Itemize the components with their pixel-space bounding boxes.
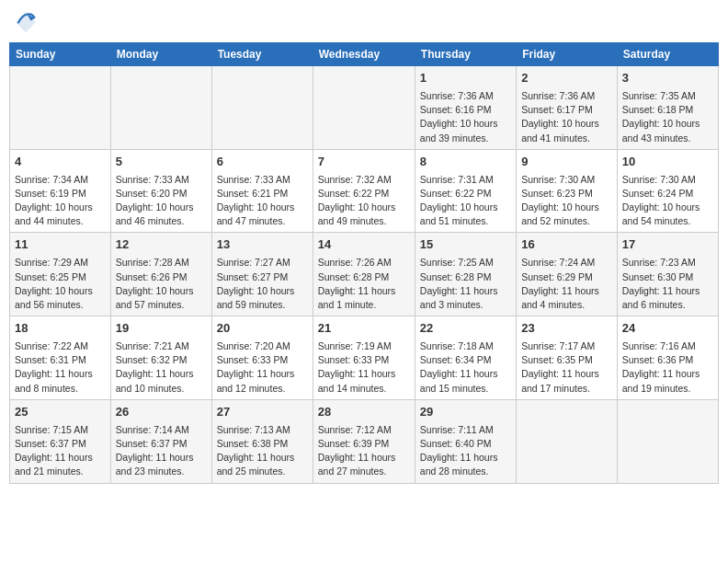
cell-content-line: Sunset: 6:28 PM (420, 270, 511, 284)
calendar-cell: 27Sunrise: 7:13 AMSunset: 6:38 PMDayligh… (211, 399, 313, 483)
calendar-cell: 18Sunrise: 7:22 AMSunset: 6:31 PMDayligh… (10, 316, 111, 400)
cell-content-line: Sunrise: 7:33 AM (217, 173, 308, 187)
cell-content-line: Sunset: 6:39 PM (318, 437, 410, 451)
cell-content-line: Daylight: 11 hours and 10 minutes. (116, 367, 207, 395)
cell-content-line: Daylight: 10 hours and 41 minutes. (521, 117, 612, 144)
header-cell-wednesday: Wednesday (313, 43, 415, 66)
cell-content-line: Sunset: 6:38 PM (217, 437, 308, 451)
cell-content-line: Daylight: 11 hours and 1 minute. (318, 284, 410, 312)
day-number: 8 (420, 154, 511, 171)
day-number: 4 (15, 154, 106, 171)
calendar-cell: 22Sunrise: 7:18 AMSunset: 6:34 PMDayligh… (415, 316, 516, 400)
cell-content-line: Sunrise: 7:28 AM (116, 256, 207, 270)
week-row-3: 11Sunrise: 7:29 AMSunset: 6:25 PMDayligh… (10, 233, 719, 316)
cell-content-line: Daylight: 10 hours and 54 minutes. (622, 201, 713, 228)
day-number: 26 (116, 404, 207, 421)
cell-content-line: Sunset: 6:33 PM (318, 353, 410, 367)
calendar-cell: 25Sunrise: 7:15 AMSunset: 6:37 PMDayligh… (10, 399, 111, 483)
cell-content-line: Daylight: 11 hours and 12 minutes. (217, 367, 308, 395)
cell-content-line: Sunrise: 7:13 AM (217, 423, 308, 437)
cell-content-line: Sunrise: 7:30 AM (622, 173, 713, 187)
calendar-cell: 17Sunrise: 7:23 AMSunset: 6:30 PMDayligh… (617, 233, 718, 316)
calendar-cell: 11Sunrise: 7:29 AMSunset: 6:25 PMDayligh… (10, 233, 111, 316)
cell-content-line: Daylight: 10 hours and 52 minutes. (521, 201, 612, 228)
cell-content-line: Daylight: 11 hours and 23 minutes. (116, 451, 207, 478)
cell-content-line: Sunset: 6:28 PM (318, 270, 410, 284)
cell-content-line: Sunrise: 7:34 AM (15, 173, 106, 187)
day-number: 25 (15, 404, 106, 421)
calendar-cell (313, 66, 415, 150)
cell-content-line: Sunrise: 7:16 AM (622, 339, 713, 353)
cell-content-line: Sunset: 6:35 PM (521, 353, 612, 367)
cell-content-line: Daylight: 11 hours and 8 minutes. (15, 367, 106, 395)
calendar-cell: 26Sunrise: 7:14 AMSunset: 6:37 PMDayligh… (110, 399, 211, 483)
cell-content-line: Sunset: 6:22 PM (420, 187, 511, 201)
calendar-cell: 7Sunrise: 7:32 AMSunset: 6:22 PMDaylight… (313, 149, 415, 233)
day-number: 29 (420, 404, 511, 421)
cell-content-line: Daylight: 10 hours and 56 minutes. (15, 284, 106, 312)
day-number: 18 (15, 320, 106, 338)
cell-content-line: Daylight: 11 hours and 17 minutes. (521, 367, 612, 395)
cell-content-line: Daylight: 11 hours and 28 minutes. (420, 451, 511, 478)
cell-content-line: Sunrise: 7:29 AM (15, 256, 106, 270)
cell-content-line: Sunrise: 7:26 AM (318, 256, 410, 270)
cell-content-line: Sunset: 6:30 PM (622, 270, 713, 284)
cell-content-line: Sunset: 6:26 PM (116, 270, 207, 284)
cell-content-line: Daylight: 11 hours and 25 minutes. (217, 451, 308, 478)
calendar-cell: 29Sunrise: 7:11 AMSunset: 6:40 PMDayligh… (415, 399, 516, 483)
cell-content-line: Daylight: 10 hours and 51 minutes. (420, 201, 511, 228)
cell-content-line: Sunset: 6:27 PM (217, 270, 308, 284)
calendar-cell: 20Sunrise: 7:20 AMSunset: 6:33 PMDayligh… (211, 316, 313, 400)
logo (13, 9, 42, 35)
cell-content-line: Sunrise: 7:36 AM (521, 89, 612, 103)
cell-content-line: Daylight: 11 hours and 14 minutes. (318, 367, 410, 395)
calendar-cell: 1Sunrise: 7:36 AMSunset: 6:16 PMDaylight… (415, 66, 516, 150)
day-number: 24 (622, 320, 713, 338)
calendar-cell (110, 66, 211, 150)
cell-content-line: Sunrise: 7:31 AM (420, 173, 511, 187)
calendar-cell (211, 66, 313, 150)
cell-content-line: Daylight: 11 hours and 4 minutes. (521, 284, 612, 312)
day-number: 15 (420, 236, 511, 254)
calendar-cell: 2Sunrise: 7:36 AMSunset: 6:17 PMDaylight… (517, 66, 618, 150)
cell-content-line: Daylight: 11 hours and 19 minutes. (622, 367, 713, 395)
week-row-5: 25Sunrise: 7:15 AMSunset: 6:37 PMDayligh… (10, 399, 719, 483)
cell-content-line: Sunset: 6:22 PM (318, 187, 410, 201)
cell-content-line: Sunset: 6:29 PM (521, 270, 612, 284)
calendar-table: SundayMondayTuesdayWednesdayThursdayFrid… (9, 42, 719, 484)
day-number: 22 (420, 320, 511, 338)
calendar-cell: 19Sunrise: 7:21 AMSunset: 6:32 PMDayligh… (110, 316, 211, 400)
calendar-cell: 3Sunrise: 7:35 AMSunset: 6:18 PMDaylight… (617, 66, 718, 150)
cell-content-line: Sunset: 6:37 PM (15, 437, 106, 451)
day-number: 3 (622, 70, 713, 87)
cell-content-line: Sunrise: 7:20 AM (217, 339, 308, 353)
cell-content-line: Sunrise: 7:19 AM (318, 339, 410, 353)
header-cell-thursday: Thursday (415, 43, 516, 66)
calendar-cell: 4Sunrise: 7:34 AMSunset: 6:19 PMDaylight… (10, 149, 111, 233)
day-number: 11 (15, 236, 106, 254)
day-number: 6 (217, 154, 308, 171)
day-number: 19 (116, 320, 207, 338)
calendar-cell: 12Sunrise: 7:28 AMSunset: 6:26 PMDayligh… (110, 233, 211, 316)
cell-content-line: Sunrise: 7:15 AM (15, 423, 106, 437)
cell-content-line: Daylight: 11 hours and 21 minutes. (15, 451, 106, 478)
cell-content-line: Daylight: 10 hours and 57 minutes. (116, 284, 207, 312)
calendar-cell: 5Sunrise: 7:33 AMSunset: 6:20 PMDaylight… (110, 149, 211, 233)
header-cell-friday: Friday (517, 43, 618, 66)
calendar-cell: 9Sunrise: 7:30 AMSunset: 6:23 PMDaylight… (517, 149, 618, 233)
calendar-cell: 15Sunrise: 7:25 AMSunset: 6:28 PMDayligh… (415, 233, 516, 316)
week-row-4: 18Sunrise: 7:22 AMSunset: 6:31 PMDayligh… (10, 316, 719, 400)
day-number: 12 (116, 236, 207, 254)
cell-content-line: Daylight: 10 hours and 49 minutes. (318, 201, 410, 228)
calendar-cell: 23Sunrise: 7:17 AMSunset: 6:35 PMDayligh… (517, 316, 618, 400)
cell-content-line: Sunset: 6:34 PM (420, 353, 511, 367)
header-cell-tuesday: Tuesday (211, 43, 313, 66)
header-cell-monday: Monday (110, 43, 211, 66)
day-number: 21 (318, 320, 410, 338)
calendar-cell: 8Sunrise: 7:31 AMSunset: 6:22 PMDaylight… (415, 149, 516, 233)
cell-content-line: Sunset: 6:25 PM (15, 270, 106, 284)
week-row-1: 1Sunrise: 7:36 AMSunset: 6:16 PMDaylight… (10, 66, 719, 150)
calendar-cell: 10Sunrise: 7:30 AMSunset: 6:24 PMDayligh… (617, 149, 718, 233)
calendar-cell: 24Sunrise: 7:16 AMSunset: 6:36 PMDayligh… (617, 316, 718, 400)
cell-content-line: Daylight: 10 hours and 39 minutes. (420, 117, 511, 144)
